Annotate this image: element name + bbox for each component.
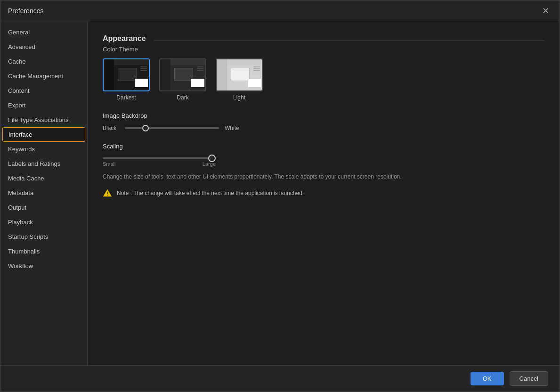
backdrop-slider-row: Black White: [103, 125, 544, 131]
close-button[interactable]: ✕: [539, 6, 552, 16]
theme-darkest[interactable]: Darkest: [103, 58, 150, 101]
warning-icon: !: [103, 188, 112, 198]
preferences-dialog: Preferences ✕ General Advanced Cache Cac…: [0, 0, 560, 392]
dialog-title: Preferences: [8, 7, 43, 15]
scale-slider-container: Small Large: [103, 157, 544, 167]
theme-preview-darkest: [103, 58, 150, 91]
dialog-body: General Advanced Cache Cache Management …: [0, 21, 560, 365]
sidebar-item-general[interactable]: General: [0, 25, 87, 40]
backdrop-slider[interactable]: [125, 127, 219, 129]
scaling-section: Scaling Small Large Change the size of t…: [103, 143, 544, 198]
cancel-button[interactable]: Cancel: [510, 371, 548, 386]
sidebar-item-export[interactable]: Export: [0, 98, 87, 113]
sidebar-item-cache[interactable]: Cache: [0, 54, 87, 69]
scale-slider[interactable]: [103, 157, 216, 159]
sidebar-item-keywords[interactable]: Keywords: [0, 142, 87, 156]
image-backdrop-label: Image Backdrop: [103, 112, 544, 119]
sidebar-item-file-type-associations[interactable]: File Type Associations: [0, 113, 87, 127]
image-backdrop-section: Image Backdrop Black White: [103, 112, 544, 131]
backdrop-right-label: White: [225, 125, 241, 131]
ok-button[interactable]: OK: [471, 372, 504, 385]
sidebar: General Advanced Cache Cache Management …: [0, 21, 88, 365]
theme-preview-dark: [159, 58, 206, 91]
main-content: Appearance Color Theme: [88, 21, 560, 365]
scale-label-large: Large: [203, 161, 216, 167]
theme-label-light: Light: [233, 94, 245, 101]
sidebar-item-output[interactable]: Output: [0, 200, 87, 215]
scale-slider-row: [103, 157, 544, 159]
theme-dark[interactable]: Dark: [159, 58, 206, 101]
sidebar-item-thumbnails[interactable]: Thumbnails: [0, 244, 87, 259]
sidebar-item-workflow[interactable]: Workflow: [0, 259, 87, 273]
dialog-footer: OK Cancel: [0, 365, 560, 392]
sidebar-item-startup-scripts[interactable]: Startup Scripts: [0, 229, 87, 244]
title-bar: Preferences ✕: [0, 0, 560, 21]
sidebar-item-cache-management[interactable]: Cache Management: [0, 69, 87, 83]
theme-options: Darkest: [103, 58, 544, 101]
note-text: Note : The change will take effect the n…: [117, 190, 304, 196]
theme-label-darkest: Darkest: [116, 94, 136, 101]
sidebar-item-interface[interactable]: Interface: [2, 127, 85, 142]
scaling-description: Change the size of tools, text and other…: [103, 172, 451, 181]
scale-label-small: Small: [103, 161, 116, 167]
theme-label-dark: Dark: [177, 94, 188, 101]
theme-preview-light: [216, 58, 263, 91]
section-title: Appearance: [103, 34, 146, 43]
scaling-label: Scaling: [103, 143, 544, 150]
sidebar-item-metadata[interactable]: Metadata: [0, 186, 87, 200]
theme-light[interactable]: Light: [216, 58, 263, 101]
note-box: ! Note : The change will take effect the…: [103, 188, 544, 198]
sidebar-item-media-cache[interactable]: Media Cache: [0, 171, 87, 186]
sidebar-item-playback[interactable]: Playback: [0, 215, 87, 229]
sidebar-item-advanced[interactable]: Advanced: [0, 40, 87, 54]
backdrop-left-label: Black: [103, 125, 119, 131]
svg-text:!: !: [106, 191, 108, 196]
color-theme-label: Color Theme: [103, 46, 544, 53]
sidebar-item-content[interactable]: Content: [0, 83, 87, 98]
sidebar-item-labels-and-ratings[interactable]: Labels and Ratings: [0, 156, 87, 171]
